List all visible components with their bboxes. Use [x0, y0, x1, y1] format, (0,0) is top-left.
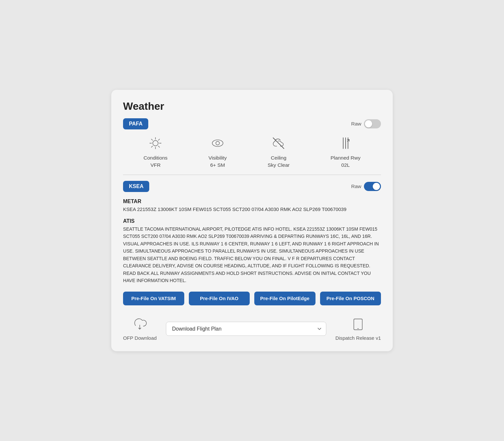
ksea-raw-toggle: Raw: [351, 182, 381, 191]
cloud-off-icon: [271, 136, 286, 152]
svg-line-7: [158, 139, 160, 141]
main-card: Weather PAFA Raw: [111, 90, 393, 351]
ofp-download-action: OFP Download: [123, 317, 157, 341]
runway-icon: [338, 136, 353, 152]
svg-point-10: [216, 142, 219, 145]
page-title: Weather: [123, 100, 381, 112]
prefile-pilotedge-button[interactable]: Pre-File On PilotEdge: [254, 292, 315, 305]
metar-title: METAR: [123, 199, 381, 204]
cloud-download-icon: [133, 317, 147, 333]
section-divider: [123, 175, 381, 175]
ceiling-label: CeilingSky Clear: [268, 154, 290, 168]
atis-text: SEATTLE TACOMA INTERNATIONAL AIRPORT, PI…: [123, 225, 381, 284]
prefile-vatsim-button[interactable]: Pre-File On VATSIM: [123, 292, 184, 305]
dispatch-release-action: Dispatch Release v1: [335, 317, 381, 341]
sun-icon: [148, 136, 163, 152]
eye-icon: [210, 136, 225, 152]
metar-section: METAR KSEA 221553Z 13006KT 10SM FEW015 S…: [123, 199, 381, 213]
metar-text: KSEA 221553Z 13006KT 10SM FEW015 SCT055 …: [123, 206, 381, 213]
weather-item-runway: Planned Rwy02L: [331, 136, 360, 168]
runway-label: Planned Rwy02L: [331, 154, 360, 168]
ksea-section-header: KSEA Raw: [123, 181, 381, 192]
ksea-toggle-circle: [373, 183, 380, 190]
tablet-icon: [351, 317, 365, 333]
pafa-section-header: PAFA Raw: [123, 118, 381, 129]
bottom-row: OFP Download Download Flight Plan PDF Si…: [123, 317, 381, 341]
pafa-raw-switch[interactable]: [364, 119, 381, 128]
atis-title: ATIS: [123, 218, 381, 224]
weather-item-visibility: Visibility6+ SM: [208, 136, 227, 168]
weather-item-conditions: ConditionsVFR: [144, 136, 168, 168]
svg-line-6: [158, 146, 160, 147]
download-flight-plan-select[interactable]: Download Flight Plan PDF SimBrief Format: [166, 322, 326, 336]
pafa-toggle-circle: [365, 120, 372, 127]
weather-item-ceiling: CeilingSky Clear: [268, 136, 290, 168]
prefile-ivao-button[interactable]: Pre-File On IVAO: [189, 292, 250, 305]
visibility-label: Visibility6+ SM: [208, 154, 227, 168]
prefile-poscon-button[interactable]: Pre-File On POSCON: [320, 292, 381, 305]
prefile-buttons-row: Pre-File On VATSIM Pre-File On IVAO Pre-…: [123, 292, 381, 305]
dispatch-release-label: Dispatch Release v1: [335, 335, 381, 341]
ksea-badge[interactable]: KSEA: [123, 181, 149, 192]
pafa-badge[interactable]: PAFA: [123, 118, 148, 129]
svg-rect-18: [354, 319, 363, 330]
svg-point-0: [153, 141, 158, 146]
svg-point-9: [212, 140, 223, 146]
atis-section: ATIS SEATTLE TACOMA INTERNATIONAL AIRPOR…: [123, 218, 381, 284]
conditions-label: ConditionsVFR: [144, 154, 168, 168]
pafa-raw-label: Raw: [351, 121, 361, 127]
svg-line-8: [152, 146, 153, 147]
ksea-raw-label: Raw: [351, 183, 361, 189]
pafa-raw-toggle: Raw: [351, 119, 381, 128]
ksea-raw-switch[interactable]: [364, 182, 381, 191]
weather-icons-row: ConditionsVFR Visibility6+ SM CeilingSk: [123, 136, 381, 168]
svg-line-5: [152, 139, 153, 141]
ofp-download-label: OFP Download: [123, 335, 157, 341]
